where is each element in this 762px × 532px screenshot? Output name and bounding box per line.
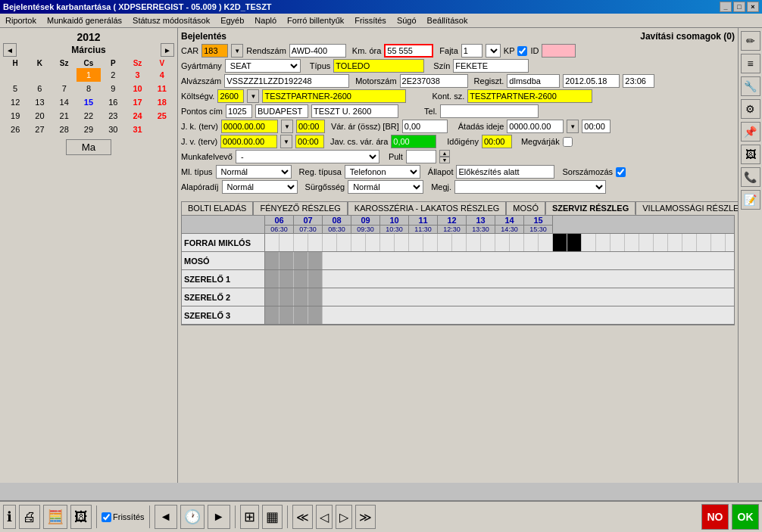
sch-cell-gray[interactable] [294, 252, 308, 269]
mltipus-select[interactable]: Normál [216, 165, 292, 179]
cal-day-cell[interactable]: 31 [125, 123, 149, 136]
sch-cell-gray[interactable] [294, 270, 308, 288]
cal-day-cell[interactable]: 3 [125, 68, 149, 82]
list-icon-btn[interactable]: ≡ [741, 54, 760, 73]
sch-cell[interactable] [452, 234, 467, 251]
sch-cell-gray[interactable] [280, 252, 294, 269]
cal-day-cell[interactable]: 30 [101, 123, 125, 136]
sch-cell-gray[interactable] [308, 270, 323, 288]
tab-karossz[interactable]: KAROSSZÉRIA - LAKATOS RÉSZLEG [348, 201, 507, 215]
sch-cell-gray[interactable] [280, 306, 294, 324]
cal-day-cell[interactable]: 20 [27, 109, 52, 123]
sch-cell-gray[interactable] [294, 288, 308, 306]
jk-date-input[interactable] [221, 120, 278, 133]
sch-cell[interactable] [308, 234, 323, 251]
sch-cell-gray[interactable] [294, 306, 308, 324]
settings-icon-btn[interactable]: ⚙ [741, 99, 760, 119]
menu-forrobill[interactable]: Forró billentyűk [285, 15, 346, 26]
sch-cell-gray[interactable] [308, 306, 323, 324]
jv-date-input[interactable] [220, 135, 277, 148]
sch-cell[interactable] [539, 234, 553, 251]
menu-egyeb[interactable]: Egyéb [218, 15, 246, 26]
regtipusa-select[interactable]: Telefonon [345, 165, 420, 179]
car-input[interactable] [201, 44, 228, 58]
cal-day-cell[interactable]: 7 [52, 82, 77, 95]
menu-riportok[interactable]: Riportok [3, 15, 39, 26]
munkafelvevo-select[interactable]: - [236, 150, 379, 163]
cal-day-cell[interactable] [150, 123, 174, 136]
cal-day-cell[interactable] [52, 68, 77, 82]
sch-cell-gray[interactable] [308, 252, 323, 269]
javcsvar-input[interactable] [391, 135, 436, 148]
koltsegv-partner-input[interactable] [262, 89, 406, 103]
sch-cell[interactable] [711, 234, 726, 251]
close-btn[interactable]: × [747, 2, 759, 12]
cal-day-cell[interactable]: 16 [101, 95, 125, 109]
sch-cell[interactable] [366, 234, 380, 251]
sch-cell[interactable] [423, 234, 438, 251]
cal-day-cell[interactable]: 14 [52, 95, 77, 109]
pontoscim-street[interactable] [311, 104, 398, 118]
sch-cell[interactable] [726, 234, 735, 251]
kontsz-input[interactable] [467, 89, 592, 103]
koltsegv-dropdown[interactable]: ▼ [247, 89, 259, 103]
sch-cell[interactable] [682, 234, 697, 251]
sch-cell[interactable] [668, 234, 682, 251]
cal-day-cell[interactable]: 11 [150, 82, 174, 95]
cal-day-cell[interactable]: 1 [77, 68, 101, 82]
kp-checkbox[interactable] [517, 46, 527, 56]
rendszam-input[interactable] [289, 44, 346, 58]
jk-time-input[interactable] [296, 120, 325, 133]
tab-fenyezo[interactable]: FÉNYEZŐ RÉSZLEG [253, 201, 347, 215]
motor-input[interactable] [400, 74, 468, 88]
menu-beallitasok[interactable]: Beállítások [425, 15, 470, 26]
sch-cell[interactable] [596, 234, 611, 251]
cal-day-cell[interactable]: 22 [77, 109, 101, 123]
jv-time-input[interactable] [295, 135, 324, 148]
cal-day-cell[interactable] [27, 68, 52, 82]
sch-cell[interactable] [524, 234, 539, 251]
phone-icon-btn[interactable]: 📞 [741, 167, 760, 187]
tipus-input[interactable] [333, 59, 424, 73]
cal-day-cell[interactable]: 6 [27, 82, 52, 95]
varar-input[interactable] [402, 120, 448, 133]
atadas-time-input[interactable] [582, 120, 611, 133]
pult-down-btn[interactable]: ▼ [439, 157, 450, 163]
sch-cell[interactable] [294, 234, 308, 251]
pin-icon-btn[interactable]: 📌 [741, 122, 760, 142]
cal-day-cell[interactable]: 23 [101, 109, 125, 123]
reg-date-input[interactable] [563, 74, 620, 88]
sch-cell-gray[interactable] [308, 288, 323, 306]
id-input[interactable] [542, 44, 576, 58]
sch-cell[interactable] [639, 234, 654, 251]
cal-day-cell[interactable]: 8 [77, 82, 101, 95]
cal-day-cell[interactable]: 27 [27, 123, 52, 136]
sch-cell-rest[interactable] [323, 306, 735, 324]
cal-day-cell[interactable]: 17 [125, 95, 149, 109]
sch-cell-black[interactable] [553, 234, 567, 251]
menu-status[interactable]: Státusz módosítások [130, 15, 212, 26]
cal-day-cell[interactable]: 21 [52, 109, 77, 123]
tab-bolt[interactable]: BOLTI ELADÁS [181, 201, 253, 215]
kmora-input[interactable] [384, 44, 433, 58]
sch-cell[interactable] [409, 234, 423, 251]
sch-cell-gray[interactable] [265, 288, 280, 306]
sch-cell[interactable] [625, 234, 639, 251]
cal-day-cell[interactable]: 19 [3, 109, 27, 123]
jk-dropdown[interactable]: ▼ [281, 120, 293, 133]
tel-input[interactable] [440, 104, 539, 118]
idoigeny-input[interactable] [482, 135, 512, 148]
megj-select[interactable] [454, 180, 606, 194]
cal-day-cell[interactable]: 4 [150, 68, 174, 82]
edit-icon-btn[interactable]: ✏ [741, 31, 760, 51]
sch-cell-gray[interactable] [265, 252, 280, 269]
notes-icon-btn[interactable]: 📝 [741, 190, 760, 210]
pontoscim-city[interactable] [255, 104, 308, 118]
pontoscim-num[interactable] [226, 104, 252, 118]
atadas-dropdown[interactable]: ▼ [567, 120, 579, 133]
sch-cell[interactable] [481, 234, 495, 251]
fajta-select[interactable] [486, 44, 501, 58]
menu-munkaidő[interactable]: Munkaidő generálás [45, 15, 124, 26]
cal-day-cell[interactable]: 2 [101, 68, 125, 82]
minimize-btn[interactable]: _ [720, 2, 732, 12]
